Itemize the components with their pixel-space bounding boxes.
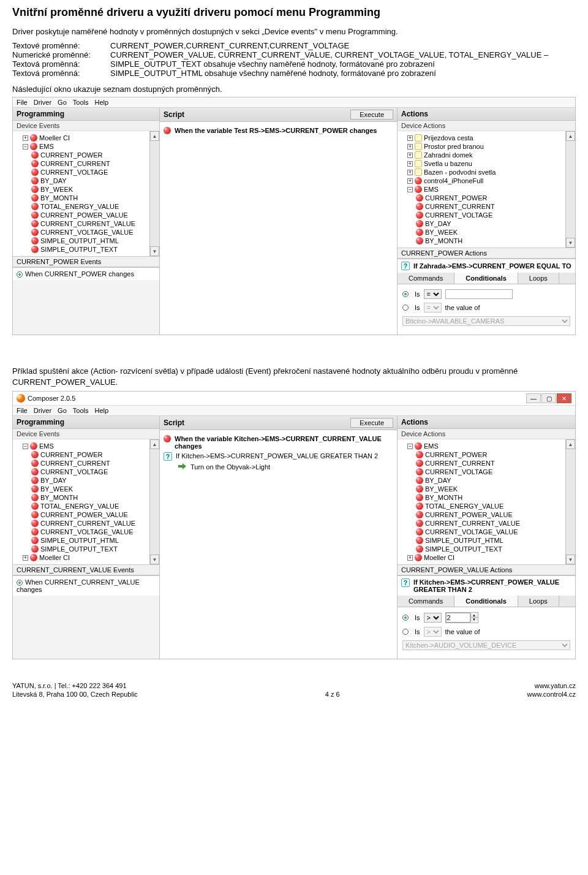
expand-icon[interactable]: + [407,161,413,167]
tree-item[interactable]: BY_WEEK [31,485,148,493]
tree-item[interactable]: +Moeller CI [23,553,148,562]
tree-item[interactable]: CURRENT_CURRENT [416,202,564,211]
device-actions-tree[interactable]: +Prijezdova cesta+Prostor pred branou+Za… [398,131,565,248]
tree-item[interactable]: CURRENT_CURRENT [31,159,148,168]
tree-item[interactable]: CURRENT_VOLTAGE [31,468,148,476]
tree-item[interactable]: −EMS [407,442,564,450]
collapse-icon[interactable]: − [23,444,28,449]
scrollbar[interactable]: ▲▼ [149,439,159,564]
tree-item[interactable]: CURRENT_VOLTAGE_VALUE [31,528,148,536]
device-actions-tree[interactable]: −EMSCURRENT_POWERCURRENT_CURRENTCURRENT_… [398,439,565,564]
expand-icon[interactable]: + [407,178,413,184]
tree-item[interactable]: BY_DAY [31,476,148,485]
tree-item[interactable]: CURRENT_POWER [31,450,148,459]
menu-help[interactable]: Help [94,99,108,106]
tree-item[interactable]: +Prostor pred branou [407,142,564,151]
menu-help[interactable]: Help [94,407,108,414]
tree-item[interactable]: −EMS [407,185,564,194]
tree-item[interactable]: +Bazen - podvodni svetla [407,168,564,176]
tree-item[interactable]: −EMS [23,142,148,151]
radio-is-valueof[interactable] [402,305,409,311]
tree-item[interactable]: SIMPLE_OUTPUT_TEXT [31,245,148,254]
tree-item[interactable]: CURRENT_VOLTAGE [31,168,148,176]
tree-item[interactable]: +Prijezdova cesta [407,134,564,142]
maximize-button[interactable]: ▢ [541,393,556,403]
tree-item[interactable]: SIMPLE_OUTPUT_TEXT [31,545,148,553]
tree-item[interactable]: +Zahradni domek [407,151,564,159]
execute-button[interactable]: Execute [350,110,393,119]
tree-item[interactable]: BY_MONTH [31,493,148,502]
tab-loops[interactable]: Loops [518,596,559,607]
expand-icon[interactable]: + [23,555,28,561]
tree-item[interactable]: BY_MONTH [416,493,564,502]
tree-item[interactable]: CURRENT_VOLTAGE [416,468,564,476]
expand-icon[interactable]: + [407,144,413,150]
value-input[interactable] [445,289,513,299]
device-events-tree[interactable]: +Moeller CI−EMSCURRENT_POWERCURRENT_CURR… [13,131,149,256]
tree-item[interactable]: SIMPLE_OUTPUT_HTML [31,536,148,545]
tree-item[interactable]: CURRENT_VOLTAGE [416,211,564,219]
tree-item[interactable]: CURRENT_POWER [416,194,564,202]
tree-item[interactable]: CURRENT_VOLTAGE_VALUE [31,228,148,237]
tab-conditionals[interactable]: Conditionals [454,596,518,607]
scrollbar[interactable]: ▲▼ [565,439,575,564]
tree-item[interactable]: TOTAL_ENERGY_VALUE [31,202,148,211]
tree-item[interactable]: BY_DAY [416,476,564,485]
menu-driver[interactable]: Driver [34,407,51,414]
tree-item[interactable]: BY_MONTH [416,237,564,245]
event-radio[interactable]: When CURRENT_CURRENT_VALUE changes [17,578,140,593]
expand-icon[interactable]: + [407,135,413,141]
tree-item[interactable]: +Svetla u bazenu [407,159,564,168]
tab-conditionals[interactable]: Conditionals [454,273,518,284]
expand-icon[interactable]: + [407,170,413,175]
execute-button[interactable]: Execute [350,418,393,428]
tree-item[interactable]: CURRENT_CURRENT_VALUE [31,519,148,528]
menu-go[interactable]: Go [58,407,67,414]
tab-commands[interactable]: Commands [398,273,454,284]
collapse-icon[interactable]: − [23,144,28,150]
tree-item[interactable]: CURRENT_POWER_VALUE [31,211,148,219]
scrollbar[interactable]: ▲▼ [565,131,575,248]
tree-item[interactable]: BY_DAY [416,219,564,228]
tree-item[interactable]: BY_WEEK [31,185,148,194]
expand-icon[interactable]: + [407,555,413,561]
tree-item[interactable]: SIMPLE_OUTPUT_TEXT [416,545,564,553]
collapse-icon[interactable]: − [407,187,413,192]
tree-item[interactable]: CURRENT_POWER [31,151,148,159]
tree-item[interactable]: CURRENT_VOLTAGE_VALUE [416,528,564,536]
radio-is-value[interactable] [402,615,409,621]
close-button[interactable]: ✕ [557,393,571,403]
radio-is-valueof[interactable] [402,629,409,635]
radio-is-value[interactable] [402,291,409,297]
device-events-tree[interactable]: −EMSCURRENT_POWERCURRENT_CURRENTCURRENT_… [13,439,149,564]
tree-item[interactable]: CURRENT_CURRENT_VALUE [31,219,148,228]
tab-loops[interactable]: Loops [518,273,559,284]
tree-item[interactable]: SIMPLE_OUTPUT_HTML [416,536,564,545]
menu-go[interactable]: Go [58,99,67,106]
tree-item[interactable]: CURRENT_CURRENT_VALUE [416,519,564,528]
collapse-icon[interactable]: − [407,444,413,449]
tree-item[interactable]: BY_DAY [31,176,148,185]
value-spinbox[interactable]: ▲▼ [445,612,478,623]
event-radio[interactable]: When CURRENT_POWER changes [17,270,134,278]
tree-item[interactable]: CURRENT_POWER_VALUE [416,510,564,519]
menu-driver[interactable]: Driver [34,99,51,106]
tree-item[interactable]: SIMPLE_OUTPUT_HTML [31,237,148,245]
tree-item[interactable]: CURRENT_CURRENT [416,459,564,468]
tree-item[interactable]: +Moeller CI [23,134,148,142]
tree-item[interactable]: TOTAL_ENERGY_VALUE [31,502,148,510]
scrollbar[interactable]: ▲▼ [149,131,159,256]
tree-item[interactable]: TOTAL_ENERGY_VALUE [416,502,564,510]
menu-file[interactable]: File [17,99,28,106]
tree-item[interactable]: BY_WEEK [416,485,564,493]
expand-icon[interactable]: + [407,153,413,158]
tree-item[interactable]: +Moeller CI [407,553,564,562]
expand-icon[interactable]: + [23,135,28,141]
tree-item[interactable]: +control4_iPhoneFull [407,176,564,185]
tree-item[interactable]: −EMS [23,442,148,450]
tree-item[interactable]: CURRENT_POWER_VALUE [31,510,148,519]
minimize-button[interactable]: — [526,393,541,403]
menu-tools[interactable]: Tools [73,99,89,106]
operator-select[interactable]: > [424,613,442,623]
tree-item[interactable]: CURRENT_POWER [416,450,564,459]
